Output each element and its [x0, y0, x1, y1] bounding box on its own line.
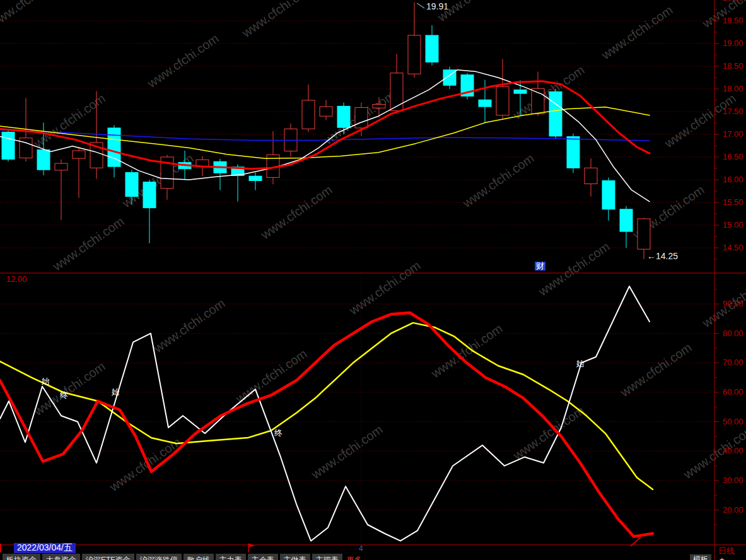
- axis-tick-label: 15.00: [723, 221, 743, 230]
- low-price-annotation: ←14.25: [647, 252, 678, 261]
- axis-tick-label: 16.00: [723, 175, 743, 184]
- axis-tick-label: 90.00: [723, 300, 743, 308]
- template-button[interactable]: 模板: [690, 554, 711, 560]
- svg-text:www.cfchi.com: www.cfchi.com: [308, 422, 385, 481]
- trend-mark: 始: [576, 358, 585, 370]
- add-panel-button[interactable]: +: [718, 554, 726, 560]
- axis-tick-label: 17.50: [723, 107, 743, 116]
- svg-text:www.cfchi.com: www.cfchi.com: [346, 258, 423, 317]
- chart-canvas[interactable]: www.cfchi.comwww.cfchi.comwww.cfchi.comw…: [0, 0, 746, 560]
- axis-tick-label: 40.00: [723, 446, 743, 455]
- indicator-value-label: 12.00: [6, 275, 27, 284]
- footer-tab[interactable]: 主现表: [312, 554, 342, 560]
- footer-tab[interactable]: 大盘资金: [42, 554, 80, 560]
- footer-tab[interactable]: 主做表: [280, 554, 310, 560]
- svg-text:www.cfchi.com: www.cfchi.com: [661, 91, 738, 150]
- axis-tick-label: 30.00: [723, 476, 743, 485]
- axis-tick-label: 15.50: [723, 198, 743, 207]
- trend-mark: 始: [112, 387, 120, 398]
- svg-text:www.cfchi.com: www.cfchi.com: [31, 91, 108, 150]
- more-tabs-button[interactable]: 更多: [344, 554, 364, 560]
- svg-text:www.cfchi.com: www.cfchi.com: [233, 346, 310, 405]
- footer-tab[interactable]: 主仓表: [248, 554, 278, 560]
- axis-tick-label: 18.00: [723, 85, 743, 93]
- svg-text:www.cfchi.com: www.cfchi.com: [50, 214, 127, 273]
- footer-tabs: 板块资金大盘资金沪深ETF资金沪深涨跌停散户线主力表主仓表主做表主现表更多: [3, 554, 364, 560]
- footer-tab[interactable]: 板块资金: [3, 554, 40, 560]
- axis-tick-label: 60.00: [723, 388, 743, 397]
- footer-tab[interactable]: 散户线: [184, 554, 214, 560]
- axis-tick-label: 18.50: [723, 62, 743, 71]
- svg-text:www.cfchi.com: www.cfchi.com: [258, 182, 335, 242]
- cai-watermark-tag: 财: [535, 262, 545, 271]
- svg-text:www.cfchi.com: www.cfchi.com: [31, 359, 108, 418]
- axis-tick-label: 50.00: [723, 417, 743, 426]
- axis-tick-label: 16.50: [723, 153, 743, 161]
- footer-tab[interactable]: 沪深涨跌停: [136, 554, 182, 560]
- svg-text:www.cfchi.com: www.cfchi.com: [144, 31, 221, 90]
- trend-mark: 始: [42, 376, 50, 387]
- axis-tick-label: 20.00: [723, 0, 743, 3]
- axis-tick-label: 17.00: [723, 130, 743, 139]
- svg-text:www.cfchi.com: www.cfchi.com: [239, 0, 316, 40]
- trend-mark: 终: [60, 390, 68, 401]
- high-price-annotation: 19.91: [426, 2, 448, 11]
- svg-text:www.cfchi.com: www.cfchi.com: [617, 340, 694, 399]
- axis-tick-label: 19.00: [723, 39, 743, 48]
- axis-tick-label: 70.00: [723, 358, 743, 367]
- axis-tick-label: 20.00: [723, 506, 743, 515]
- axis-tick-label: 19.50: [723, 16, 743, 25]
- footer-tab[interactable]: 沪深ETF资金: [82, 554, 134, 560]
- trend-mark: 终: [274, 428, 283, 439]
- page-marker: 4: [359, 545, 363, 553]
- svg-text:www.cfchi.com: www.cfchi.com: [598, 3, 675, 62]
- axis-tick-label: 80.00: [723, 329, 743, 338]
- svg-text:www.cfchi.com: www.cfchi.com: [151, 296, 228, 355]
- svg-text:www.cfchi.com: www.cfchi.com: [535, 239, 612, 298]
- footer-tab[interactable]: 主力表: [216, 554, 246, 560]
- svg-text:www.cfchi.com: www.cfchi.com: [0, 0, 64, 31]
- svg-text:www.cfchi.com: www.cfchi.com: [107, 435, 184, 494]
- axis-tick-label: 14.50: [723, 243, 743, 252]
- date-display[interactable]: 2022/03/04/五: [14, 543, 76, 553]
- svg-text:www.cfchi.com: www.cfchi.com: [460, 151, 537, 210]
- stock-chart-app: www.cfchi.comwww.cfchi.comwww.cfchi.comw…: [0, 0, 746, 560]
